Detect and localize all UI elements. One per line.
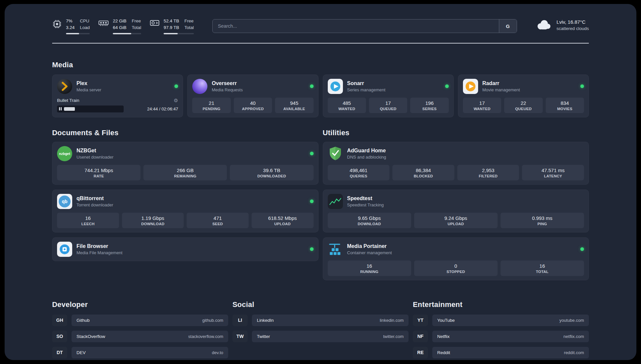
- memory-free-value: 22 GiB: [113, 18, 126, 24]
- app-card-qbittorrent[interactable]: qb qBittorrent Torrent downloader 16LEEC…: [52, 190, 319, 232]
- bookmark-twitter: TW Twitter twitter.com: [232, 331, 409, 342]
- playback-time: 24:44 / 02:06:47: [147, 106, 178, 111]
- top-bar: 7% 3.24 CPU Load: [52, 4, 589, 34]
- bookmark-url: youtube.com: [560, 318, 584, 323]
- app-name: AdGuard Home: [347, 148, 386, 154]
- bookmark-url: reddit.com: [564, 350, 584, 355]
- disk-total-value: 97.9 TB: [164, 25, 179, 31]
- now-playing-widget: Bullet Train ⚙ 24:44 / 02:06:47: [57, 98, 178, 112]
- stat-tile: 945AVAILABLE: [275, 98, 313, 113]
- utilities-column: Utilities AdGuard Home: [323, 129, 589, 285]
- playback-progress-bar[interactable]: [57, 106, 124, 112]
- stat-tile: 471SEED: [187, 213, 249, 228]
- app-card-plex[interactable]: Plex Media server Bullet Train ⚙: [52, 75, 183, 117]
- bookmark-name: Twitter: [257, 334, 270, 339]
- app-subtitle: Torrent downloader: [76, 202, 113, 207]
- bookmark-link[interactable]: Netflix netflix.com: [432, 331, 589, 342]
- filebrowser-icon: [57, 242, 72, 257]
- app-card-filebrowser[interactable]: File Browser Media File Management: [52, 237, 319, 261]
- bookmark-stackoverflow: SO StackOverflow stackoverflow.com: [52, 331, 228, 342]
- bookmark-abbr: TW: [232, 331, 248, 342]
- stat-tile: 40APPROVED: [234, 98, 272, 113]
- weather-condition: scattered clouds: [557, 26, 589, 31]
- stat-tile: 744.21 MbpsRATE: [57, 165, 140, 180]
- stat-tile: 9.24 GbpsUPLOAD: [414, 213, 498, 228]
- cpu-usage-bar: [66, 33, 90, 34]
- gear-icon[interactable]: ⚙: [174, 98, 178, 103]
- bookmark-link[interactable]: LinkedIn linkedin.com: [252, 315, 409, 326]
- status-dot: [310, 199, 314, 203]
- overseerr-icon: [192, 79, 207, 94]
- disk-monitor: 52.4 TB 97.9 TB Free Total: [150, 18, 194, 34]
- status-dot: [580, 84, 584, 88]
- stat-tile: 22QUEUED: [504, 98, 542, 113]
- app-name: NZBGet: [76, 148, 113, 154]
- bookmark-abbr: DT: [52, 347, 67, 358]
- memory-free-label: Free: [132, 18, 141, 24]
- entertainment-column: Entertainment YT YouTube youtube.com NF …: [413, 300, 589, 360]
- app-subtitle: Media Requests: [212, 87, 243, 92]
- app-card-radarr[interactable]: Radarr Movie management 17WANTED 22QUEUE…: [458, 75, 589, 117]
- memory-total-value: 64 GiB: [113, 25, 126, 31]
- memory-icon: [98, 19, 109, 34]
- app-subtitle: DNS and adblocking: [347, 155, 386, 160]
- header-divider: [52, 43, 589, 44]
- app-card-overseerr[interactable]: Overseerr Media Requests 21PENDING 40APP…: [187, 75, 318, 117]
- app-card-speedtest[interactable]: Speedtest Speedtest Tracking 9.65 GbpsDO…: [323, 190, 589, 232]
- bookmark-name: Reddit: [437, 350, 450, 355]
- cpu-label: CPU: [80, 18, 90, 24]
- stat-tile: 618.52 MbpsUPLOAD: [252, 213, 314, 228]
- nzbget-icon: nzbget: [57, 146, 72, 161]
- app-subtitle: Container management: [347, 250, 392, 255]
- app-name: Speedtest: [347, 196, 384, 201]
- bookmark-name: YouTube: [437, 318, 455, 323]
- adguard-icon: [328, 146, 343, 161]
- cpu-percent: 7%: [66, 18, 75, 24]
- media-grid: Plex Media server Bullet Train ⚙: [52, 75, 589, 117]
- stat-tile: 498,461QUERIES: [328, 165, 390, 180]
- search-engine-button[interactable]: G: [499, 19, 517, 33]
- bookmark-link[interactable]: DEV dev.to: [72, 347, 228, 358]
- app-card-portainer[interactable]: Media Portainer Container management 16R…: [323, 237, 589, 280]
- search-input[interactable]: [213, 19, 499, 33]
- bookmark-link[interactable]: Reddit reddit.com: [432, 347, 589, 358]
- section-title-entertainment: Entertainment: [413, 300, 589, 309]
- app-name: Media Portainer: [347, 243, 392, 249]
- bookmark-name: Netflix: [437, 334, 450, 339]
- section-title-utilities: Utilities: [323, 129, 589, 137]
- documents-column: Documents & Files nzbget NZBGet Usenet d…: [52, 129, 319, 285]
- stat-tile: 16LEECH: [57, 213, 119, 228]
- bookmark-link[interactable]: YouTube youtube.com: [432, 315, 589, 326]
- status-dot: [310, 152, 314, 155]
- stat-tile: 16TOTAL: [501, 260, 584, 276]
- bookmark-abbr: SO: [52, 331, 67, 342]
- app-name: Radarr: [482, 80, 520, 86]
- app-card-sonarr[interactable]: Sonarr Series management 485WANTED 17QUE…: [323, 75, 454, 117]
- section-title-social: Social: [232, 300, 409, 309]
- section-title-developer: Developer: [52, 300, 228, 309]
- bookmark-netflix: NF Netflix netflix.com: [413, 331, 589, 342]
- bookmark-link[interactable]: Twitter twitter.com: [252, 331, 409, 342]
- memory-usage-bar: [113, 33, 141, 34]
- bookmark-link[interactable]: Github github.com: [72, 315, 228, 326]
- bookmark-url: twitter.com: [383, 334, 404, 339]
- app-card-adguard[interactable]: AdGuard Home DNS and adblocking 498,461Q…: [323, 142, 589, 185]
- disk-icon: [150, 19, 160, 34]
- disk-total-label: Total: [184, 25, 194, 31]
- stat-tile: 196SERIES: [410, 98, 448, 113]
- bookmark-name: LinkedIn: [257, 318, 274, 323]
- bookmark-name: StackOverflow: [76, 334, 105, 339]
- pause-icon[interactable]: [59, 107, 62, 110]
- stat-tile: 17QUEUED: [369, 98, 407, 113]
- section-title-documents: Documents & Files: [52, 129, 319, 137]
- app-subtitle: Usenet downloader: [76, 155, 113, 160]
- bookmark-abbr: NF: [413, 331, 428, 342]
- bookmark-link[interactable]: StackOverflow stackoverflow.com: [72, 331, 228, 342]
- section-title-media: Media: [52, 61, 589, 69]
- status-dot: [445, 84, 449, 88]
- stat-tile: 21PENDING: [192, 98, 230, 113]
- search-bar[interactable]: G: [212, 19, 517, 33]
- app-card-nzbget[interactable]: nzbget NZBGet Usenet downloader 744.21 M…: [52, 142, 319, 185]
- cpu-load-label: Load: [80, 25, 90, 31]
- bookmark-abbr: RE: [413, 347, 428, 358]
